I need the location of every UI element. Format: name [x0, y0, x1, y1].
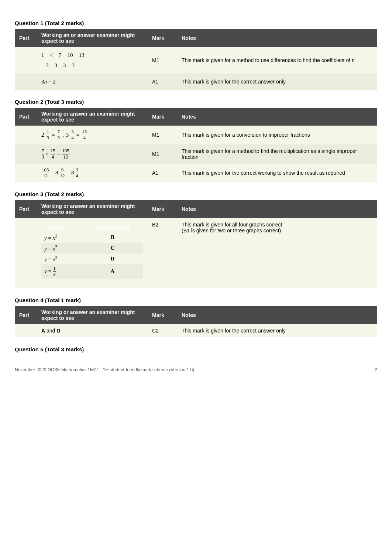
q1-r2-mark: A1 [148, 74, 177, 90]
q3-col-working: Working or answer an examiner might expe… [37, 200, 148, 218]
page-footer: November 2020 GCSE Mathematics 1MA1 –1H … [15, 367, 377, 372]
q3-eq3: y = x3 [41, 253, 82, 264]
q3-col-part: Part [15, 200, 37, 218]
q1-col-mark: Mark [148, 29, 177, 47]
q2-r1-working: 2 1 3 = 7 3 , 3 3 4 = [37, 126, 148, 144]
q1-r1-part [15, 47, 37, 74]
q1-col-notes: Notes [177, 29, 377, 47]
q2-col-notes: Notes [177, 108, 377, 126]
question-1-table: Part Working an or answer examiner might… [15, 29, 377, 90]
q4-col-mark: Mark [148, 306, 177, 324]
table-row: 2 1 3 = 7 3 , 3 3 4 = [15, 126, 377, 144]
q3-r1-notes: This mark is given for all four graphs c… [177, 218, 377, 288]
q2-col-mark: Mark [148, 108, 177, 126]
q2-r3-mark: A1 [148, 164, 177, 183]
q3-r1-mark: B2 [148, 218, 177, 288]
question-3-title: Question 3 (Total 2 marks) [15, 191, 377, 197]
q2-r2-working: 7 3 × 15 4 = 105 12 [37, 144, 148, 164]
question-2-title: Question 2 (Total 3 marks) [15, 99, 377, 105]
list-item: y = x3 D [41, 253, 143, 264]
question-3-table: Part Working or answer an examiner might… [15, 200, 377, 288]
q3-letter1: B [82, 232, 143, 243]
table-row: 1 4 7 10 13 3 3 3 3 M1 This mark is give… [15, 47, 377, 74]
q3-letter2: C [82, 243, 143, 253]
table-row: Equation Letter of graph y = x3 B y = x3… [15, 218, 377, 288]
q2-r3-working: 105 12 = 8 9 12 = 8 3 4 [37, 164, 148, 183]
q2-r3-part [15, 164, 37, 183]
table-row: 7 3 × 15 4 = 105 12 M1 This mark is g [15, 144, 377, 164]
q3-letter4: A [82, 264, 143, 279]
q1-r1-working: 1 4 7 10 13 3 3 3 3 [37, 47, 148, 74]
q4-r1-mark: C2 [148, 324, 177, 337]
question-4-table: Part Working or answer an examiner might… [15, 306, 377, 337]
q3-inner-col-letter: Letter of graph [82, 223, 143, 232]
q1-r2-working: 3n − 2 [37, 74, 148, 90]
q3-r1-working: Equation Letter of graph y = x3 B y = x3… [37, 218, 148, 288]
question-5-title: Question 5 (Total 3 marks) [15, 346, 377, 352]
q2-r2-part [15, 144, 37, 164]
q2-r3-notes: This mark is given for the correct worki… [177, 164, 377, 183]
q1-r1-mark: M1 [148, 47, 177, 74]
table-row: 105 12 = 8 9 12 = 8 3 4 [15, 164, 377, 183]
q4-r1-working: A and D [37, 324, 148, 337]
q2-r2-notes: This mark is given for a method to find … [177, 144, 377, 164]
q3-letter3: D [82, 253, 143, 264]
question-4-title: Question 4 (Total 1 mark) [15, 297, 377, 303]
q3-inner-col-eq: Equation [41, 223, 82, 232]
q2-r1-part [15, 126, 37, 144]
q2-col-part: Part [15, 108, 37, 126]
footer-right: 2 [375, 367, 377, 372]
q3-col-mark: Mark [148, 200, 177, 218]
footer-left: November 2020 GCSE Mathematics 1MA1 –1H … [15, 367, 194, 372]
question-2-table: Part Working or answer an examiner might… [15, 108, 377, 182]
table-row: A and D C2 This mark is given for the co… [15, 324, 377, 337]
q4-col-notes: Notes [177, 306, 377, 324]
q2-r2-mark: M1 [148, 144, 177, 164]
q3-r1-part [15, 218, 37, 288]
question-1-title: Question 1 (Total 2 marks) [15, 20, 377, 26]
q4-col-working: Working or answer an examiner might expe… [37, 306, 148, 324]
table-row: 3n − 2 A1 This mark is given for the cor… [15, 74, 377, 90]
list-item: y = 1 x A [41, 264, 143, 279]
q1-r1-notes: This mark is given for a method to use d… [177, 47, 377, 74]
list-item: y = x3 C [41, 243, 143, 253]
q3-eq4: y = 1 x [41, 264, 82, 279]
q4-r1-part [15, 324, 37, 337]
q3-eq1: y = x3 [41, 232, 82, 243]
q1-col-working: Working an or answer examiner might expe… [37, 29, 148, 47]
q1-col-part: Part [15, 29, 37, 47]
q2-col-working: Working or answer an examiner might expe… [37, 108, 148, 126]
q2-r1-notes: This mark is given for a conversion to i… [177, 126, 377, 144]
q1-r2-part [15, 74, 37, 90]
q2-r1-mark: M1 [148, 126, 177, 144]
q1-r2-notes: This mark is given for the correct answe… [177, 74, 377, 90]
q4-r1-notes: This mark is given for the correct answe… [177, 324, 377, 337]
q4-col-part: Part [15, 306, 37, 324]
list-item: y = x3 B [41, 232, 143, 243]
q3-col-notes: Notes [177, 200, 377, 218]
q3-eq2: y = x3 [41, 243, 82, 253]
